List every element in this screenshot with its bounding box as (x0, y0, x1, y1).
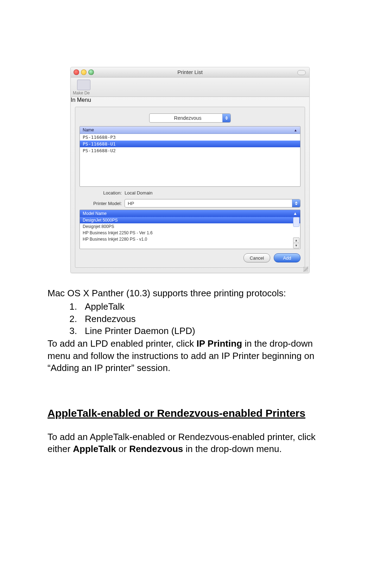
close-icon[interactable] (74, 69, 79, 75)
add-label: Add (283, 255, 291, 261)
list-item[interactable]: PS-116688-U2 (80, 147, 300, 154)
text: or (116, 444, 129, 454)
bold-text: AppleTalk (73, 444, 116, 454)
protocol-dropdown[interactable]: Rendezvous (149, 113, 231, 123)
protocol-value: Rendezvous (150, 115, 222, 121)
intro-paragraph: Mac OS X Panther (10.3) supports three p… (48, 287, 332, 299)
printer-icon (77, 80, 90, 90)
add-button[interactable]: Add (274, 253, 300, 262)
bold-text: IP Printing (196, 338, 242, 349)
model-value: HP (125, 201, 292, 206)
model-label: Printer Model: (80, 201, 122, 206)
macos-window: Printer List Make De In Menu Rendezvous … (70, 67, 310, 273)
printer-listbox[interactable]: Name ▲ PS-116688-P3 PS-116688-U1 PS-1166… (80, 126, 300, 187)
list-number: 2. (48, 313, 77, 325)
scroll-up-icon[interactable]: ▲ (293, 237, 299, 243)
list-number: 1. (48, 301, 77, 312)
list-item[interactable]: HP Business Inkjet 2280 PS - v1.0 (80, 236, 300, 242)
list-header[interactable]: Name ▲ (80, 126, 300, 134)
scrollbar-thumb[interactable] (293, 217, 299, 227)
location-value: Local Domain (125, 190, 153, 196)
window-title: Printer List (177, 69, 203, 75)
model-dropdown[interactable]: HP (125, 199, 300, 208)
list-item[interactable]: HP Business Inkjet 2250 PS - Ver 1.6 (80, 230, 300, 236)
cancel-button[interactable]: Cancel (243, 253, 270, 262)
list-item[interactable]: Designjet 800PS (80, 223, 300, 230)
list-item[interactable]: DesignJet 5000PS (80, 217, 300, 223)
list-number: 3. (48, 325, 77, 337)
protocol-item: Line Printer Daemon (LPD) (85, 325, 195, 337)
protocol-item: Rendezvous (85, 313, 136, 325)
model-list-header[interactable]: Model Name ▲ (80, 210, 300, 217)
minimize-icon[interactable] (81, 69, 87, 75)
add-printer-sheet: Rendezvous Name ▲ PS-116688-P3 PS-116688… (75, 107, 305, 268)
traffic-lights (74, 69, 94, 75)
protocol-item: AppleTalk (85, 301, 125, 312)
sort-indicator-icon: ▲ (293, 211, 297, 216)
toolbar-toggle-icon[interactable] (297, 70, 306, 75)
model-listbox[interactable]: Model Name ▲ DesignJet 5000PS Designjet … (80, 210, 300, 249)
location-label: Location: (80, 190, 122, 196)
list-item[interactable]: PS-116688-P3 (80, 134, 300, 141)
sidebar-label: In Menu (71, 97, 309, 103)
appletalk-paragraph: To add an AppleTalk-enabled or Rendezvou… (48, 431, 332, 455)
chevron-updown-icon[interactable] (292, 199, 300, 207)
toolbar-label: Make De (73, 91, 90, 95)
text: in the drop-down menu. (183, 444, 281, 454)
model-header-label: Model Name (83, 211, 107, 216)
sort-indicator-icon: ▲ (294, 128, 297, 132)
cancel-label: Cancel (250, 255, 264, 261)
chevron-updown-icon[interactable] (222, 114, 230, 122)
name-header: Name (83, 128, 94, 132)
scroll-down-icon[interactable]: ▼ (293, 243, 299, 248)
lpd-paragraph: To add an LPD enabled printer, click IP … (48, 338, 332, 374)
window-titlebar: Printer List (71, 67, 309, 78)
section-heading: AppleTalk-enabled or Rendezvous-enabled … (48, 406, 332, 420)
document-body: Mac OS X Panther (10.3) supports three p… (48, 287, 332, 455)
toolbar: Make De (71, 78, 309, 97)
resize-grip-icon[interactable] (303, 267, 308, 272)
bold-text: Rendezvous (129, 444, 183, 454)
text: To add an LPD enabled printer, click (48, 338, 196, 349)
list-item[interactable]: PS-116688-U1 (80, 141, 300, 147)
zoom-icon[interactable] (88, 69, 94, 75)
